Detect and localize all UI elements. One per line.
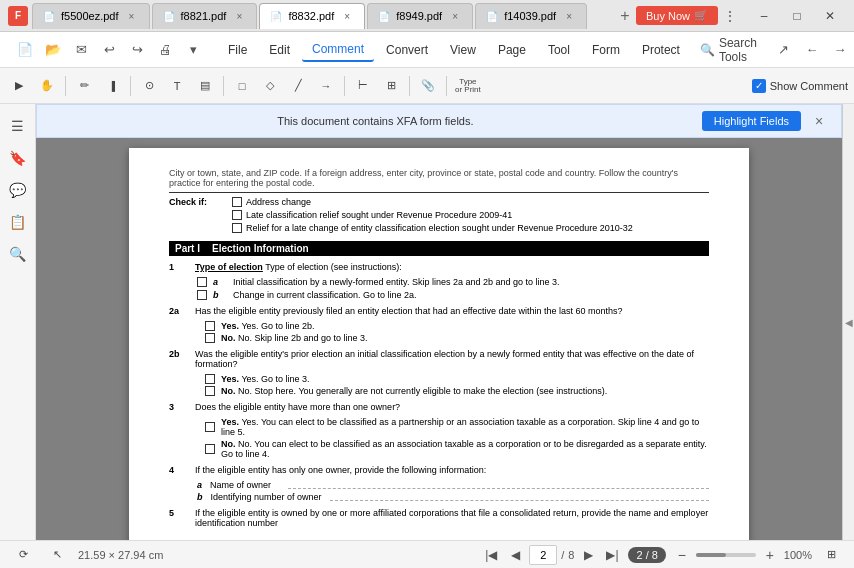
tab-label: f8949.pdf [396, 10, 442, 22]
fit-page-btn[interactable]: ⊞ [818, 542, 844, 568]
q3-yes-checkbox[interactable] [205, 422, 215, 432]
q2b-yes-checkbox[interactable] [205, 374, 215, 384]
checkbox-address[interactable]: Address change [232, 197, 633, 207]
type-print-btn[interactable]: Type or Print [452, 71, 484, 101]
tab-close-btn[interactable]: × [340, 9, 354, 23]
menu-convert[interactable]: Convert [376, 39, 438, 61]
shapes-btn[interactable]: □ [229, 73, 255, 99]
tab-t3[interactable]: 📄f8832.pdf× [259, 3, 365, 29]
q4a-line [288, 488, 709, 489]
checkbox-late-class[interactable]: Late classification relief sought under … [232, 210, 633, 220]
right-panel-collapse[interactable]: ◀ [842, 104, 854, 540]
last-page-btn[interactable]: ▶| [602, 545, 622, 565]
rotate-btn[interactable]: ⟳ [10, 542, 36, 568]
attach-btn[interactable]: 📎 [415, 73, 441, 99]
show-comment-toggle[interactable]: Show Comment [752, 79, 848, 93]
stamp-btn[interactable]: ⊙ [136, 73, 162, 99]
late-class-checkbox-sq[interactable] [232, 210, 242, 220]
highlight-btn-tool[interactable]: ▐ [99, 73, 125, 99]
sidebar-nav-icon[interactable]: ☰ [4, 112, 32, 140]
undo-icon[interactable]: ↩ [96, 37, 122, 63]
tab-close-btn[interactable]: × [232, 9, 246, 23]
question-2a: 2a Has the eligible entity previously fi… [169, 306, 709, 316]
q2b-no-checkbox[interactable] [205, 386, 215, 396]
q2a-no-checkbox[interactable] [205, 333, 215, 343]
measure-btn[interactable]: ⊢ [350, 73, 376, 99]
sidebar-bookmark-icon[interactable]: 🔖 [4, 144, 32, 172]
show-comment-checkbox[interactable] [752, 79, 766, 93]
minimize-button[interactable]: – [748, 6, 780, 26]
tb-sep-1 [65, 76, 66, 96]
xfa-close-button[interactable]: × [809, 111, 829, 131]
q2a-text: Has the eligible entity previously filed… [195, 306, 709, 316]
pdf-scroll-area[interactable]: City or town, state, and ZIP code. If a … [36, 138, 842, 540]
hand-tool-btn[interactable]: ✋ [34, 73, 60, 99]
tab-pdf-icon: 📄 [270, 11, 282, 22]
q2a-no: No. No. Skip line 2b and go to line 3. [169, 333, 709, 343]
menu-edit[interactable]: Edit [259, 39, 300, 61]
tb-sep-4 [344, 76, 345, 96]
menu-protect[interactable]: Protect [632, 39, 690, 61]
redo-icon[interactable]: ↪ [124, 37, 150, 63]
menu-tool[interactable]: Tool [538, 39, 580, 61]
print-dropdown-icon[interactable]: ▾ [180, 37, 206, 63]
next-page-btn[interactable]: ▶ [578, 545, 598, 565]
checkbox-relief[interactable]: Relief for a late change of entity class… [232, 223, 633, 233]
zoom-in-btn[interactable]: + [760, 545, 780, 565]
tab-t4[interactable]: 📄f8949.pdf× [367, 3, 473, 29]
zoom-slider[interactable] [696, 553, 756, 557]
forward-icon[interactable]: → [827, 37, 853, 63]
tab-t1[interactable]: 📄f5500ez.pdf× [32, 3, 150, 29]
buy-now-button[interactable]: Buy Now 🛒 [636, 6, 718, 25]
highlight-fields-button[interactable]: Highlight Fields [702, 111, 801, 131]
line-btn[interactable]: ╱ [285, 73, 311, 99]
tab-close-btn[interactable]: × [562, 9, 576, 23]
relief-checkbox-sq[interactable] [232, 223, 242, 233]
sidebar-layers-icon[interactable]: 📋 [4, 208, 32, 236]
callout-btn[interactable]: ▤ [192, 73, 218, 99]
close-button[interactable]: ✕ [814, 6, 846, 26]
tab-t2[interactable]: 📄f8821.pdf× [152, 3, 258, 29]
cursor-btn[interactable]: ↖ [44, 542, 70, 568]
sidebar-search-icon[interactable]: 🔍 [4, 240, 32, 268]
tab-t5[interactable]: 📄f14039.pdf× [475, 3, 587, 29]
email-icon[interactable]: ✉ [68, 37, 94, 63]
more-button[interactable]: ⋮ [720, 6, 740, 26]
tab-label: f8832.pdf [288, 10, 334, 22]
area-btn[interactable]: ⊞ [378, 73, 404, 99]
sidebar-comment-icon[interactable]: 💬 [4, 176, 32, 204]
tab-close-btn[interactable]: × [448, 9, 462, 23]
maximize-button[interactable]: □ [781, 6, 813, 26]
dimensions-display: 21.59 × 27.94 cm [78, 549, 163, 561]
q1b-checkbox[interactable] [197, 290, 207, 300]
first-page-btn[interactable]: |◀ [481, 545, 501, 565]
file-new-icon[interactable]: 📄 [12, 37, 38, 63]
select-tool-btn[interactable]: ▶ [6, 73, 32, 99]
page-input[interactable] [529, 545, 557, 565]
q1a-checkbox[interactable] [197, 277, 207, 287]
shapes2-btn[interactable]: ◇ [257, 73, 283, 99]
search-tools-button[interactable]: 🔍 Search Tools [692, 32, 765, 68]
zoom-out-btn[interactable]: − [672, 545, 692, 565]
back-icon[interactable]: ← [799, 37, 825, 63]
tab-close-btn[interactable]: × [125, 9, 139, 23]
q2a-yes-checkbox[interactable] [205, 321, 215, 331]
q3-no-checkbox[interactable] [205, 444, 215, 454]
annotation-btn[interactable]: ✏ [71, 73, 97, 99]
menu-file[interactable]: File [218, 39, 257, 61]
print-icon[interactable]: 🖨 [152, 37, 178, 63]
prev-page-btn[interactable]: ◀ [505, 545, 525, 565]
tab-pdf-icon: 📄 [43, 11, 55, 22]
open-icon[interactable]: 📂 [40, 37, 66, 63]
share-icon[interactable]: ↗ [771, 37, 797, 63]
menu-form[interactable]: Form [582, 39, 630, 61]
xfa-banner: This document contains XFA form fields. … [36, 104, 842, 138]
text-btn[interactable]: T [164, 73, 190, 99]
menu-comment[interactable]: Comment [302, 38, 374, 62]
menu-page[interactable]: Page [488, 39, 536, 61]
menu-view[interactable]: View [440, 39, 486, 61]
q3-yes-text: Yes. Yes. You can elect to be classified… [221, 417, 709, 437]
add-tab-button[interactable]: + [614, 5, 636, 27]
address-checkbox-sq[interactable] [232, 197, 242, 207]
arrow-btn[interactable]: → [313, 73, 339, 99]
